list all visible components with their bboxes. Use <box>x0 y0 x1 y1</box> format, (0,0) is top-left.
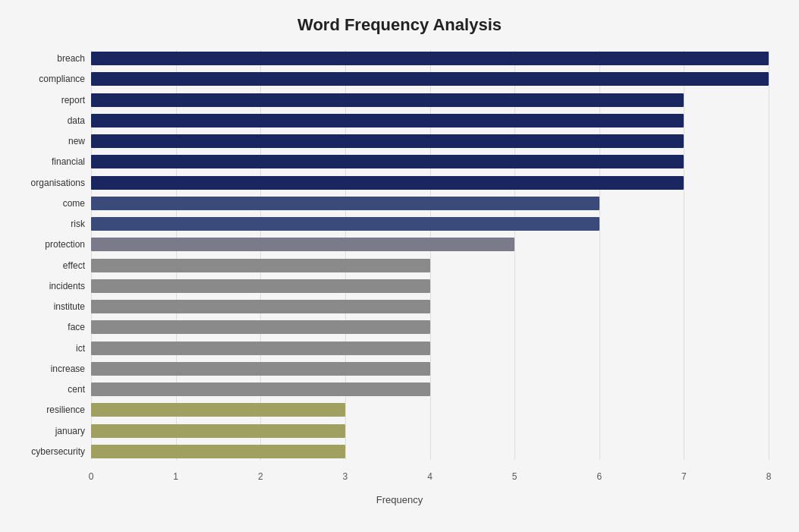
bar-row: new <box>91 133 769 150</box>
bar-label: organisations <box>4 178 85 188</box>
bar-label: breach <box>4 53 85 64</box>
bar <box>91 114 684 127</box>
x-axis-tick-label: 6 <box>596 471 602 482</box>
chart-title: Word Frequency Analysis <box>30 15 769 35</box>
bar <box>91 197 599 210</box>
bar <box>91 155 684 168</box>
bar <box>91 279 430 293</box>
bar-label: new <box>4 136 85 146</box>
x-axis-tick-label: 8 <box>766 471 772 482</box>
bar <box>91 362 430 376</box>
bar-label: risk <box>4 219 85 229</box>
bar <box>91 424 345 438</box>
bar <box>91 300 430 313</box>
bar-row: breach <box>91 50 769 67</box>
bar-label: cybersecurity <box>4 446 85 457</box>
bar-label: ict <box>4 343 85 354</box>
bar-label: financial <box>4 156 85 167</box>
bar-row: incidents <box>91 278 769 294</box>
x-axis-tick-label: 3 <box>343 471 348 482</box>
bar-row: data <box>91 112 769 129</box>
bar <box>91 52 769 65</box>
x-axis-labels: 012345678 <box>91 467 769 490</box>
bar <box>91 342 430 355</box>
bar-row: effect <box>91 257 769 274</box>
bar-label: data <box>4 115 85 126</box>
bar-label: report <box>4 95 85 105</box>
bar-label: increase <box>4 364 85 374</box>
bar-label: institute <box>4 301 85 312</box>
grid-line <box>769 50 769 460</box>
bar <box>91 238 514 251</box>
bar-row: institute <box>91 298 769 315</box>
bar-row: protection <box>91 236 769 253</box>
x-axis-tick-label: 0 <box>89 471 94 482</box>
x-axis-tick-label: 4 <box>427 471 433 482</box>
bar-row: organisations <box>91 175 769 191</box>
chart-container: Word Frequency Analysis breachcompliance… <box>0 0 799 532</box>
x-axis-tick-label: 1 <box>173 471 178 482</box>
bar <box>91 445 345 458</box>
bar-label: compliance <box>4 74 85 84</box>
bar-row: cybersecurity <box>91 443 769 460</box>
bar-row: face <box>91 319 769 335</box>
bar <box>91 176 684 190</box>
bars-wrapper: breachcompliancereportdatanewfinancialor… <box>91 50 769 460</box>
bar-label: come <box>4 198 85 209</box>
bar-row: risk <box>91 216 769 232</box>
bar <box>91 382 430 396</box>
chart-area: breachcompliancereportdatanewfinancialor… <box>91 50 769 490</box>
bar-row: report <box>91 92 769 109</box>
bar <box>91 72 769 86</box>
bar-label: cent <box>4 384 85 395</box>
bar <box>91 93 684 107</box>
bar-row: financial <box>91 153 769 170</box>
x-axis-title: Frequency <box>30 494 769 505</box>
bar-label: incidents <box>4 281 85 291</box>
bar-row: cent <box>91 381 769 398</box>
bar-row: ict <box>91 340 769 357</box>
bar <box>91 217 599 231</box>
bar-row: come <box>91 195 769 212</box>
x-axis-tick-label: 2 <box>258 471 263 482</box>
x-axis-tick-label: 5 <box>512 471 517 482</box>
bar-label: january <box>4 426 85 436</box>
bar-row: compliance <box>91 71 769 87</box>
bar-label: resilience <box>4 405 85 415</box>
bar-label: face <box>4 322 85 332</box>
bar-row: january <box>91 423 769 439</box>
bar-row: increase <box>91 360 769 377</box>
bar-label: protection <box>4 239 85 250</box>
bar <box>91 403 345 417</box>
bar <box>91 320 430 334</box>
x-axis-tick-label: 7 <box>681 471 687 482</box>
bar-row: resilience <box>91 401 769 418</box>
bar <box>91 134 684 148</box>
bar <box>91 259 430 272</box>
bar-label: effect <box>4 260 85 271</box>
